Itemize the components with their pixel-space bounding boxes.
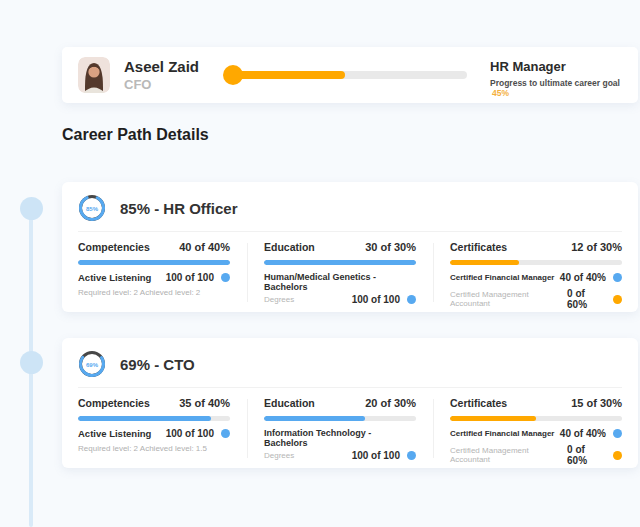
education-column: Education 30 of 30% Human/Medical Geneti… <box>264 241 416 310</box>
certificates-column: Certificates 12 of 30% Certified Financi… <box>450 241 622 310</box>
progress-fill <box>233 71 345 79</box>
column-label: Certificates <box>450 241 507 253</box>
certificate-value: 0 of 60% <box>567 288 606 310</box>
column-label: Competencies <box>78 397 150 409</box>
education-name: Information Technology - Bachelors <box>264 428 416 448</box>
ultimate-goal: HR Manager Progress to ultimate career g… <box>490 59 635 98</box>
employee-role: CFO <box>124 77 151 92</box>
divider <box>247 399 248 458</box>
certificate-name: Certified Management Accountant <box>450 446 567 464</box>
column-score: 20 of 30% <box>365 397 416 409</box>
ring-percent-label: 85% <box>86 206 99 212</box>
card-header: 69% 69% - CTO <box>62 338 638 387</box>
avatar <box>78 57 110 93</box>
column-score: 40 of 40% <box>179 241 230 253</box>
education-sub: Degrees <box>264 451 294 460</box>
progress-ring-icon: 85% <box>78 194 106 222</box>
status-dot <box>407 295 416 304</box>
certificate-name: Certified Financial Manager <box>450 273 554 282</box>
competency-name: Active Listening <box>78 272 151 283</box>
education-value: 100 of 100 <box>352 294 400 305</box>
certificates-progress <box>450 260 622 265</box>
column-label: Education <box>264 397 315 409</box>
certificate-value: 0 of 60% <box>567 444 606 466</box>
career-title: 85% - HR Officer <box>120 200 238 217</box>
career-path-page: Aseel Zaid CFO HR Manager Progress to ul… <box>0 0 640 527</box>
status-dot <box>613 295 622 304</box>
competency-row: Active Listening 100 of 100 <box>78 272 230 283</box>
column-score: 12 of 30% <box>571 241 622 253</box>
column-score: 35 of 40% <box>179 397 230 409</box>
column-label: Certificates <box>450 397 507 409</box>
career-card-hr-officer[interactable]: 85% 85% - HR Officer Competencies 40 of … <box>62 182 638 312</box>
employee-name: Aseel Zaid <box>124 58 199 75</box>
divider <box>433 243 434 302</box>
competencies-column: Competencies 40 of 40% Active Listening … <box>78 241 230 310</box>
status-dot <box>221 273 230 282</box>
goal-caption-text: Progress to ultimate career goal <box>490 78 620 88</box>
education-progress <box>264 260 416 265</box>
goal-percent-value: 45% <box>492 88 509 98</box>
column-score: 15 of 30% <box>571 397 622 409</box>
status-dot <box>221 429 230 438</box>
divider <box>433 399 434 458</box>
certificate-row: Certified Financial Manager 40 of 40% <box>450 428 622 439</box>
competency-value: 100 of 100 <box>166 272 214 283</box>
certificate-row: Certified Management Accountant 0 of 60% <box>450 444 622 466</box>
progress-ring-icon: 69% <box>78 350 106 378</box>
education-progress <box>264 416 416 421</box>
timeline-dot <box>20 351 43 374</box>
profile-card: Aseel Zaid CFO HR Manager Progress to ul… <box>62 47 638 103</box>
ring-percent-label: 69% <box>86 362 99 368</box>
status-dot <box>613 429 622 438</box>
competency-note: Required level: 2 Achieved level: 1.5 <box>78 444 230 453</box>
certificate-name: Certified Management Accountant <box>450 290 567 308</box>
certificate-name: Certified Financial Manager <box>450 429 554 438</box>
avatar-photo-icon <box>78 57 110 93</box>
certificates-progress <box>450 416 622 421</box>
certificate-value: 40 of 40% <box>560 428 606 439</box>
education-name: Human/Medical Genetics - Bachelors <box>264 272 416 292</box>
column-label: Competencies <box>78 241 150 253</box>
career-title: 69% - CTO <box>120 356 195 373</box>
education-column: Education 20 of 30% Information Technolo… <box>264 397 416 466</box>
competencies-progress <box>78 416 230 421</box>
education-sub: Degrees <box>264 295 294 304</box>
status-dot <box>613 273 622 282</box>
column-label: Education <box>264 241 315 253</box>
timeline-dot <box>20 197 43 220</box>
status-dot <box>613 451 622 460</box>
career-card-cto[interactable]: 69% 69% - CTO Competencies 35 of 40% Act… <box>62 338 638 468</box>
career-progress-bar <box>223 65 467 85</box>
progress-track <box>233 71 467 79</box>
competencies-column: Competencies 35 of 40% Active Listening … <box>78 397 230 466</box>
divider <box>247 243 248 302</box>
column-score: 30 of 30% <box>365 241 416 253</box>
education-row: Degrees 100 of 100 <box>264 450 416 461</box>
competency-name: Active Listening <box>78 428 151 439</box>
competency-value: 100 of 100 <box>166 428 214 439</box>
target-role: HR Manager <box>490 59 635 74</box>
education-row: Degrees 100 of 100 <box>264 294 416 305</box>
certificate-row: Certified Management Accountant 0 of 60% <box>450 288 622 310</box>
competencies-progress <box>78 260 230 265</box>
certificate-value: 40 of 40% <box>560 272 606 283</box>
competency-note: Required level: 2 Achieved level: 2 <box>78 288 230 297</box>
education-value: 100 of 100 <box>352 450 400 461</box>
status-dot <box>407 451 416 460</box>
competency-row: Active Listening 100 of 100 <box>78 428 230 439</box>
progress-knob[interactable] <box>223 65 243 85</box>
certificate-row: Certified Financial Manager 40 of 40% <box>450 272 622 283</box>
card-header: 85% 85% - HR Officer <box>62 182 638 231</box>
goal-caption: Progress to ultimate career goal 45% <box>490 78 635 98</box>
page-title: Career Path Details <box>62 126 209 144</box>
certificates-column: Certificates 15 of 30% Certified Financi… <box>450 397 622 466</box>
